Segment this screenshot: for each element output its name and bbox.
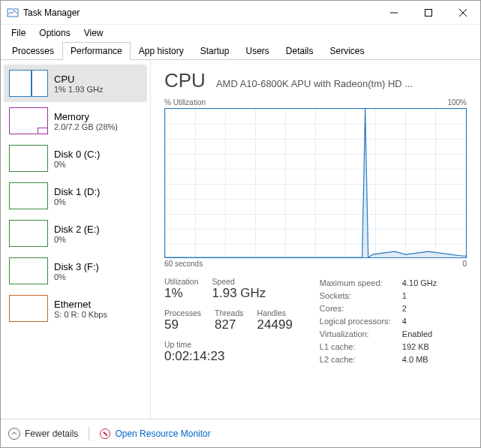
tab-performance[interactable]: Performance	[62, 42, 131, 60]
kv-val: 4.10 GHz	[402, 278, 437, 287]
sidebar-label: Disk 1 (D:)	[54, 186, 100, 197]
cpu-spec-table: Maximum speed:4.10 GHz Sockets:1 Cores:2…	[320, 277, 437, 366]
chart-top-left-label: % Utilization	[164, 98, 206, 107]
maximize-button[interactable]	[411, 1, 446, 25]
sidebar-sub: 0%	[54, 272, 99, 281]
sidebar-item-ethernet[interactable]: Ethernet S: 0 R: 0 Kbps	[4, 290, 147, 327]
threads-label: Threads	[215, 308, 244, 317]
sidebar-label: Disk 3 (F:)	[54, 261, 99, 272]
svg-rect-2	[425, 9, 432, 16]
tab-details[interactable]: Details	[278, 42, 322, 60]
resource-monitor-label: Open Resource Monitor	[115, 428, 210, 439]
tab-app-history[interactable]: App history	[131, 42, 192, 60]
disk-thumb-icon	[9, 182, 48, 209]
sidebar-item-memory[interactable]: Memory 2.0/7.2 GB (28%)	[4, 102, 147, 140]
main-area: CPU 1% 1.93 GHz Memory 2.0/7.2 GB (28%) …	[1, 60, 480, 419]
resource-monitor-icon	[100, 428, 110, 439]
disk-thumb-icon	[9, 220, 48, 247]
kv-val: 192 KB	[402, 342, 429, 351]
memory-thumb-icon	[9, 107, 48, 134]
sidebar-item-disk3[interactable]: Disk 3 (F:) 0%	[4, 252, 147, 290]
menu-file[interactable]: File	[5, 26, 32, 40]
uptime-value: 0:02:14:23	[164, 349, 293, 364]
sidebar-sub: 0%	[54, 235, 100, 244]
menu-view[interactable]: View	[78, 26, 110, 40]
tab-users[interactable]: Users	[237, 42, 277, 60]
kv-val: 1	[402, 291, 407, 300]
kv-val: 4.0 MB	[402, 355, 428, 364]
menubar: File Options View	[1, 25, 480, 41]
handles-label: Handles	[257, 308, 293, 317]
cpu-utilization-chart[interactable]	[164, 108, 467, 258]
threads-value: 827	[215, 317, 244, 332]
close-button[interactable]	[446, 1, 480, 25]
uptime-label: Up time	[164, 340, 293, 349]
cpu-device-name: AMD A10-6800K APU with Radeon(tm) HD ...	[216, 78, 467, 89]
sidebar-item-cpu[interactable]: CPU 1% 1.93 GHz	[4, 65, 147, 102]
sidebar-label: Memory	[54, 111, 118, 122]
minimize-button[interactable]	[377, 1, 411, 25]
fewer-details-button[interactable]: Fewer details	[8, 428, 78, 440]
kv-val: 2	[402, 304, 407, 313]
kv-key: Maximum speed:	[320, 277, 402, 290]
kv-key: Logical processors:	[320, 315, 402, 328]
tab-row: Processes Performance App history Startu…	[1, 41, 480, 60]
window-title: Task Manager	[23, 8, 377, 18]
processes-value: 59	[164, 317, 201, 332]
sidebar-label: Disk 2 (E:)	[54, 224, 100, 235]
tab-services[interactable]: Services	[322, 42, 373, 60]
handles-value: 24499	[257, 317, 293, 332]
sidebar-sub: 0%	[54, 160, 100, 169]
kv-key: Virtualization:	[320, 328, 402, 341]
kv-key: L2 cache:	[320, 353, 402, 366]
task-manager-icon	[7, 7, 19, 19]
sidebar-label: Ethernet	[54, 299, 107, 310]
chart-bottom-right-label: 0	[462, 260, 467, 268]
chart-top-right-label: 100%	[447, 98, 467, 107]
utilization-value: 1%	[164, 286, 199, 301]
chevron-up-icon	[8, 428, 20, 440]
kv-val: 4	[402, 317, 407, 326]
kv-key: L1 cache:	[320, 341, 402, 353]
chart-bottom-left-label: 60 seconds	[164, 260, 203, 268]
menu-options[interactable]: Options	[33, 26, 76, 40]
fewer-details-label: Fewer details	[25, 428, 78, 439]
disk-thumb-icon	[9, 257, 48, 284]
sidebar-item-disk1[interactable]: Disk 1 (D:) 0%	[4, 177, 147, 215]
kv-key: Cores:	[320, 302, 402, 315]
ethernet-thumb-icon	[9, 295, 48, 322]
sidebar-label: CPU	[54, 74, 103, 85]
sidebar-sub: S: 0 R: 0 Kbps	[54, 310, 107, 319]
footer: Fewer details Open Resource Monitor	[1, 419, 480, 447]
kv-val: Enabled	[402, 329, 432, 338]
sidebar-sub: 0%	[54, 197, 100, 206]
tab-processes[interactable]: Processes	[4, 42, 62, 60]
sidebar-item-disk2[interactable]: Disk 2 (E:) 0%	[4, 215, 147, 252]
kv-key: Sockets:	[320, 290, 402, 302]
speed-label: Speed	[212, 277, 266, 286]
cpu-thumb-icon	[9, 70, 48, 97]
utilization-label: Utilization	[164, 277, 199, 286]
speed-value: 1.93 GHz	[212, 286, 266, 301]
sidebar-sub: 2.0/7.2 GB (28%)	[54, 122, 118, 131]
detail-panel: CPU AMD A10-6800K APU with Radeon(tm) HD…	[151, 60, 480, 419]
titlebar: Task Manager	[1, 1, 480, 25]
disk-thumb-icon	[9, 145, 48, 172]
sidebar-label: Disk 0 (C:)	[54, 149, 100, 160]
tab-startup[interactable]: Startup	[192, 42, 238, 60]
sidebar: CPU 1% 1.93 GHz Memory 2.0/7.2 GB (28%) …	[1, 60, 151, 419]
sidebar-item-disk0[interactable]: Disk 0 (C:) 0%	[4, 140, 147, 177]
divider	[89, 427, 89, 440]
processes-label: Processes	[164, 308, 201, 317]
open-resource-monitor-link[interactable]: Open Resource Monitor	[100, 428, 210, 439]
detail-heading: CPU	[164, 69, 206, 92]
sidebar-sub: 1% 1.93 GHz	[54, 85, 103, 94]
